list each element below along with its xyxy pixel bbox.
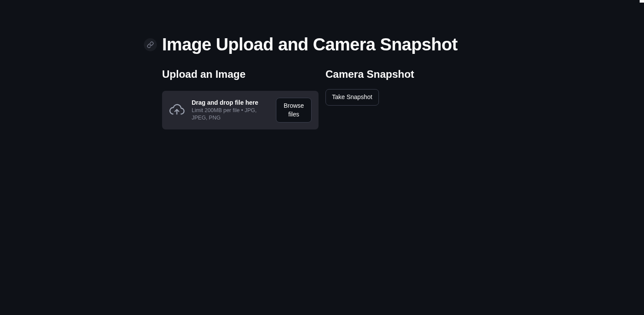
browse-files-button[interactable]: Browse files: [276, 98, 312, 123]
take-snapshot-button[interactable]: Take Snapshot: [325, 89, 379, 106]
main-container: Image Upload and Camera Snapshot Upload …: [162, 0, 482, 129]
camera-heading: Camera Snapshot: [325, 68, 482, 80]
uploader-text: Drag and drop file here Limit 200MB per …: [192, 99, 269, 122]
window-edge-indicator: [640, 0, 644, 3]
camera-column: Camera Snapshot Take Snapshot: [325, 68, 482, 129]
columns: Upload an Image Drag and drop file here …: [162, 68, 482, 129]
title-row: Image Upload and Camera Snapshot: [144, 35, 482, 54]
snapshot-row: Take Snapshot: [325, 89, 482, 106]
upload-column: Upload an Image Drag and drop file here …: [162, 68, 319, 129]
upload-heading: Upload an Image: [162, 68, 319, 80]
page-title: Image Upload and Camera Snapshot: [162, 35, 458, 54]
uploader-primary-text: Drag and drop file here: [192, 99, 269, 106]
permalink-icon[interactable]: [144, 38, 157, 51]
cloud-upload-icon: [169, 102, 185, 119]
file-uploader-dropzone[interactable]: Drag and drop file here Limit 200MB per …: [162, 91, 319, 129]
uploader-secondary-text: Limit 200MB per file • JPG, JPEG, PNG: [192, 107, 269, 122]
